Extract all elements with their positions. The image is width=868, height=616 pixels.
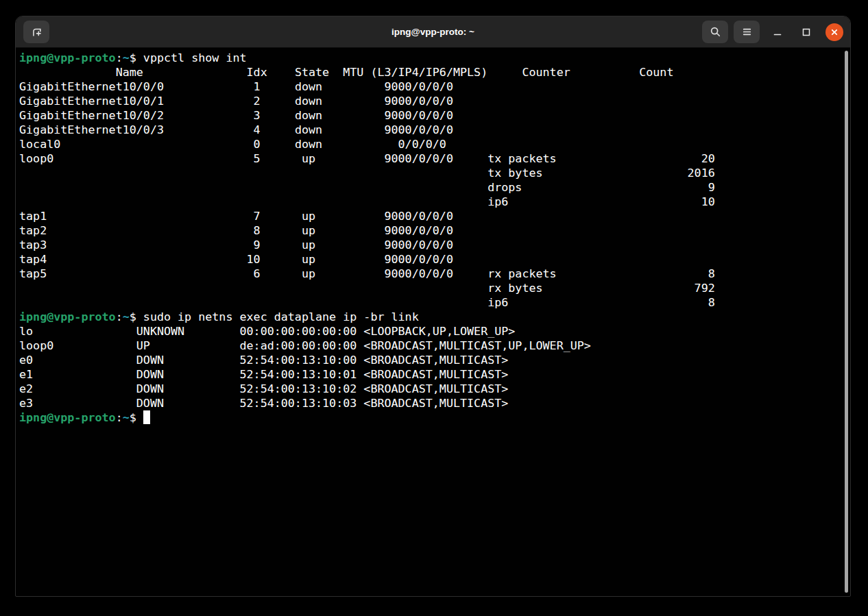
minimize-icon bbox=[772, 27, 783, 38]
hamburger-menu-icon bbox=[741, 26, 753, 38]
terminal-text: DOWN bbox=[136, 353, 164, 367]
terminal-text: 9000/0/0/0 bbox=[384, 252, 453, 266]
spacer bbox=[150, 338, 240, 352]
terminal-text: drops bbox=[487, 180, 522, 194]
minimize-button[interactable] bbox=[767, 21, 788, 44]
terminal-text: 20 bbox=[701, 151, 715, 165]
terminal-text: de:ad:00:00:00:00 <BROADCAST,MULTICAST,U… bbox=[240, 338, 591, 352]
terminal-line: tap3 9 up 9000/0/0/0 bbox=[19, 238, 849, 252]
spacer bbox=[143, 65, 247, 79]
terminal-line: local0 0 down 0/0/0/0 bbox=[19, 137, 849, 151]
terminal-text: e0 bbox=[19, 353, 33, 367]
spacer bbox=[453, 267, 487, 280]
terminal-text: ipng@vpp-proto bbox=[19, 51, 116, 64]
terminal-line: tap4 10 up 9000/0/0/0 bbox=[19, 252, 849, 267]
terminal-line: ip6 8 bbox=[19, 295, 849, 310]
terminal-text: 8 bbox=[254, 223, 261, 237]
scrollbar[interactable] bbox=[845, 51, 848, 593]
terminal-line: ipng@vpp-proto:~$ vppctl show int bbox=[19, 51, 849, 65]
terminal-text: 9000/0/0/0 bbox=[384, 79, 453, 93]
spacer bbox=[261, 267, 302, 280]
terminal-text: 52:54:00:13:10:02 <BROADCAST,MULTICAST> bbox=[240, 382, 509, 395]
terminal-text: up bbox=[302, 238, 315, 251]
spacer bbox=[261, 123, 295, 136]
spacer bbox=[53, 151, 253, 165]
terminal-line: tap5 6 up 9000/0/0/0 rx packets 8 bbox=[19, 267, 849, 281]
new-tab-button[interactable] bbox=[23, 21, 49, 43]
terminal-text: tap2 bbox=[19, 223, 47, 237]
spacer bbox=[261, 137, 295, 151]
terminal-text: UNKNOWN bbox=[136, 324, 184, 338]
terminal-line: e1 DOWN 52:54:00:13:10:01 <BROADCAST,MUL… bbox=[19, 367, 849, 382]
terminal-text: rx bytes bbox=[487, 281, 542, 295]
terminal-text: local0 bbox=[19, 137, 60, 151]
terminal-text: UP bbox=[136, 338, 150, 352]
terminal-text: 9 bbox=[708, 180, 715, 194]
window-controls bbox=[697, 16, 843, 47]
spacer bbox=[60, 137, 253, 151]
terminal-text: down bbox=[295, 137, 322, 151]
spacer bbox=[164, 367, 240, 381]
terminal-text: up bbox=[302, 223, 315, 237]
terminal-text: Count bbox=[639, 65, 673, 79]
terminal-text: 1 bbox=[254, 79, 261, 93]
terminal-text: ipng@vpp-proto bbox=[19, 310, 116, 323]
terminal-text: 9000/0/0/0 bbox=[384, 108, 453, 122]
spacer bbox=[47, 252, 246, 266]
spacer bbox=[508, 195, 701, 208]
cursor bbox=[143, 410, 150, 424]
terminal-text: DOWN bbox=[136, 367, 164, 381]
terminal-text: 0/0/0/0 bbox=[398, 137, 446, 151]
terminal-text: $ bbox=[130, 310, 143, 323]
terminal-text: GigabitEthernet10/0/2 bbox=[19, 108, 164, 122]
terminal-text: e3 bbox=[19, 396, 33, 410]
spacer bbox=[19, 281, 487, 295]
spacer bbox=[315, 223, 384, 237]
close-button[interactable] bbox=[825, 23, 843, 41]
terminal-text: : bbox=[116, 51, 123, 64]
terminal-text: 6 bbox=[254, 267, 261, 280]
menu-button[interactable] bbox=[734, 21, 760, 43]
terminal-line: GigabitEthernet10/0/0 1 down 9000/0/0/0 bbox=[19, 79, 849, 94]
terminal-text: 8 bbox=[708, 267, 715, 280]
terminal-text: 3 bbox=[254, 108, 261, 122]
spacer bbox=[164, 94, 254, 108]
spacer bbox=[184, 324, 239, 338]
terminal-text: ~ bbox=[123, 410, 130, 424]
spacer bbox=[453, 151, 487, 165]
terminal-text: e2 bbox=[19, 382, 33, 395]
terminal-window: ipng@vpp-proto: ~ bbox=[15, 16, 851, 597]
terminal-line: ip6 10 bbox=[19, 195, 849, 209]
terminal-text: DOWN bbox=[136, 396, 164, 410]
terminal-text: 9000/0/0/0 bbox=[384, 209, 453, 223]
terminal-line: tx bytes 2016 bbox=[19, 166, 849, 180]
terminal-text: 2016 bbox=[688, 166, 715, 180]
spacer bbox=[164, 123, 254, 136]
terminal-text: GigabitEthernet10/0/1 bbox=[19, 94, 164, 108]
terminal-content[interactable]: ipng@vpp-proto:~$ vppctl show int Name I… bbox=[16, 48, 849, 595]
terminal-text: 52:54:00:13:10:00 <BROADCAST,MULTICAST> bbox=[240, 353, 509, 367]
titlebar[interactable]: ipng@vpp-proto: ~ bbox=[16, 16, 850, 48]
terminal-text: Counter bbox=[522, 65, 570, 79]
terminal-line: drops 9 bbox=[19, 180, 849, 195]
spacer bbox=[33, 396, 136, 410]
terminal-text: 7 bbox=[254, 209, 261, 223]
spacer bbox=[557, 267, 708, 280]
maximize-button[interactable] bbox=[795, 21, 817, 44]
spacer bbox=[570, 65, 639, 79]
spacer bbox=[508, 295, 708, 309]
terminal-text: tap1 bbox=[19, 209, 47, 223]
terminal-line: ipng@vpp-proto:~$ sudo ip netns exec dat… bbox=[19, 310, 849, 324]
terminal-text: 5 bbox=[254, 151, 261, 165]
spacer bbox=[19, 65, 116, 79]
spacer bbox=[261, 209, 302, 223]
terminal-text: 9000/0/0/0 bbox=[384, 123, 453, 136]
spacer bbox=[261, 151, 302, 165]
spacer bbox=[315, 151, 384, 165]
search-button[interactable] bbox=[702, 21, 728, 43]
spacer bbox=[33, 382, 136, 395]
spacer bbox=[543, 281, 695, 295]
terminal-text: down bbox=[295, 123, 322, 136]
terminal-text: down bbox=[295, 79, 322, 93]
terminal-text: GigabitEthernet10/0/3 bbox=[19, 123, 164, 136]
